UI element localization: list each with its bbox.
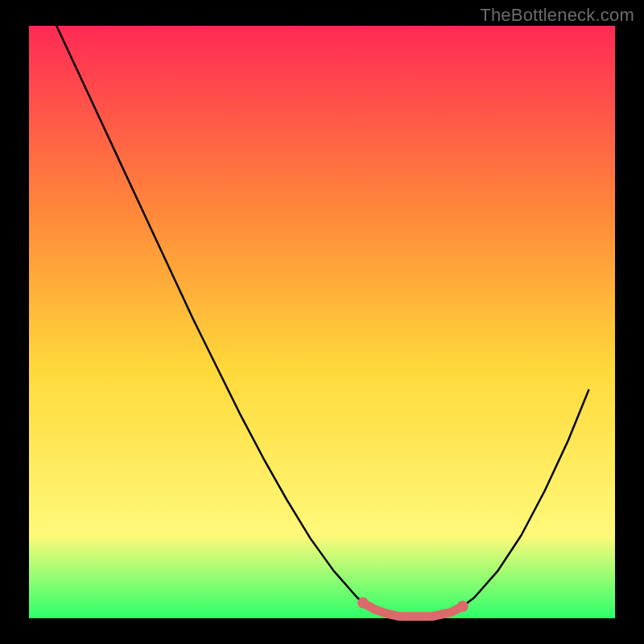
chart-root: TheBottleneck.com xyxy=(0,0,644,644)
bottleneck-curve-chart xyxy=(0,0,644,644)
plot-background xyxy=(29,26,615,618)
svg-point-0 xyxy=(357,597,369,609)
watermark-text: TheBottleneck.com xyxy=(480,5,634,26)
svg-point-1 xyxy=(457,601,469,612)
